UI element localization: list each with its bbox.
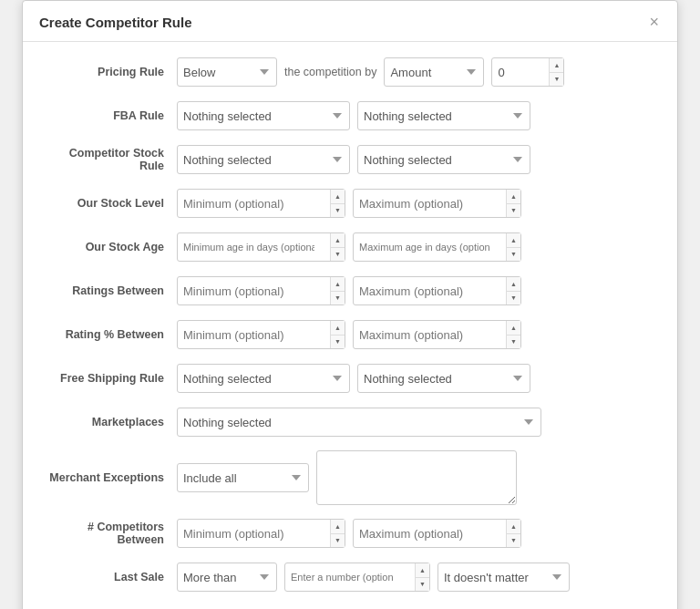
our-stock-level-label: Our Stock Level (45, 197, 177, 210)
our-stock-age-min-down[interactable]: ▼ (331, 248, 345, 262)
ratings-min-spinner: ▲ ▼ (177, 276, 345, 305)
modal-body: Pricing Rule Below Above Match the compe… (23, 42, 677, 609)
ratings-max-arrows: ▲ ▼ (506, 277, 520, 304)
competitors-max-down[interactable]: ▼ (507, 534, 520, 548)
rating-pct-max-down[interactable]: ▼ (507, 335, 520, 349)
ratings-between-controls: ▲ ▼ ▲ ▼ (177, 276, 655, 305)
rating-pct-between-label: Rating % Between (45, 328, 177, 341)
pricing-rule-controls: Below Above Match the competition by Amo… (177, 57, 655, 87)
competitors-min-down[interactable]: ▼ (331, 534, 345, 548)
our-stock-age-max-up[interactable]: ▲ (507, 233, 520, 248)
pricing-rule-amount-select[interactable]: Amount Percentage (384, 57, 484, 87)
last-sale-unit-select[interactable]: It doesn't matter Days Weeks Months (438, 563, 570, 592)
free-shipping-rule-select1[interactable]: Nothing selected (177, 364, 350, 393)
ratings-min-input[interactable] (177, 276, 345, 305)
rating-pct-min-spinner: ▲ ▼ (177, 320, 345, 349)
competitors-min-input[interactable] (177, 519, 345, 548)
pricing-rule-spinner-down[interactable]: ▼ (550, 73, 563, 87)
our-stock-level-max-input[interactable] (353, 189, 521, 218)
ratings-min-up[interactable]: ▲ (331, 277, 345, 292)
pricing-rule-spinner-arrows: ▲ ▼ (549, 58, 563, 86)
competitors-max-up[interactable]: ▲ (507, 520, 520, 534)
fba-rule-controls: Nothing selected Nothing selected (177, 101, 655, 130)
our-stock-age-label: Our Stock Age (45, 241, 177, 253)
our-stock-age-max-input[interactable] (353, 232, 521, 262)
fba-rule-select1[interactable]: Nothing selected (177, 101, 350, 130)
last-sale-number-up[interactable]: ▲ (416, 563, 429, 578)
competitors-max-spinner: ▲ ▼ (353, 519, 521, 548)
ratings-max-spinner: ▲ ▼ (353, 276, 521, 305)
modal-header: Create Competitor Rule × (23, 1, 677, 42)
our-stock-level-max-up[interactable]: ▲ (507, 190, 520, 204)
pricing-rule-below-select[interactable]: Below Above Match (177, 57, 277, 87)
rating-pct-max-arrows: ▲ ▼ (506, 321, 520, 348)
rating-pct-max-up[interactable]: ▲ (507, 321, 520, 335)
last-sale-number-down[interactable]: ▼ (416, 578, 429, 592)
competitors-min-up[interactable]: ▲ (331, 520, 345, 534)
our-stock-level-min-arrows: ▲ ▼ (330, 190, 345, 217)
competitors-min-spinner: ▲ ▼ (177, 519, 345, 548)
our-stock-age-min-input[interactable] (177, 232, 345, 262)
ratings-max-input[interactable] (353, 276, 521, 305)
fba-rule-label: FBA Rule (45, 109, 177, 122)
ratings-max-down[interactable]: ▼ (507, 292, 520, 305)
last-sale-direction-select[interactable]: More than Less than (177, 563, 277, 592)
last-sale-number-arrows: ▲ ▼ (415, 563, 429, 591)
last-sale-number-spinner: ▲ ▼ (284, 563, 430, 592)
our-stock-age-min-arrows: ▲ ▼ (330, 233, 345, 261)
competitors-max-arrows: ▲ ▼ (506, 520, 520, 547)
rating-pct-min-arrows: ▲ ▼ (330, 321, 345, 348)
rating-pct-min-up[interactable]: ▲ (331, 321, 345, 335)
merchant-exceptions-select[interactable]: Include all Exclude Include (177, 463, 309, 492)
our-stock-level-min-up[interactable]: ▲ (331, 190, 345, 204)
rating-pct-max-input[interactable] (353, 320, 521, 349)
last-sale-controls: More than Less than ▲ ▼ It doesn't matte… (177, 563, 655, 592)
our-stock-level-max-down[interactable]: ▼ (507, 204, 520, 218)
competitors-between-label: # Competitors Between (45, 521, 177, 546)
competitors-between-row: # Competitors Between ▲ ▼ ▲ ▼ (45, 518, 655, 549)
competitor-stock-rule-select2[interactable]: Nothing selected (357, 145, 530, 174)
competitor-stock-rule-select1[interactable]: Nothing selected (177, 145, 350, 174)
fba-rule-row: FBA Rule Nothing selected Nothing select… (45, 100, 655, 131)
rating-pct-min-input[interactable] (177, 320, 345, 349)
merchant-exceptions-textarea[interactable] (316, 450, 517, 505)
merchant-exceptions-row: Merchant Exceptions Include all Exclude … (45, 450, 655, 505)
ratings-max-up[interactable]: ▲ (507, 277, 520, 292)
marketplaces-select[interactable]: Nothing selected (177, 408, 541, 437)
rating-pct-between-row: Rating % Between ▲ ▼ ▲ ▼ (45, 319, 655, 350)
our-stock-level-min-down[interactable]: ▼ (331, 204, 345, 218)
fba-rule-select2[interactable]: Nothing selected (357, 101, 530, 130)
competitors-between-controls: ▲ ▼ ▲ ▼ (177, 519, 655, 548)
marketplaces-controls: Nothing selected (177, 408, 655, 437)
rating-pct-between-controls: ▲ ▼ ▲ ▼ (177, 320, 655, 349)
competitors-min-arrows: ▲ ▼ (330, 520, 345, 547)
our-stock-level-max-spinner: ▲ ▼ (353, 189, 521, 218)
last-sale-row: Last Sale More than Less than ▲ ▼ It doe… (45, 562, 655, 593)
merchant-exceptions-label: Merchant Exceptions (45, 471, 177, 484)
ratings-min-down[interactable]: ▼ (331, 292, 345, 305)
pricing-rule-spinner-up[interactable]: ▲ (550, 58, 563, 73)
modal: Create Competitor Rule × Pricing Rule Be… (22, 0, 678, 609)
last-sale-label: Last Sale (45, 571, 177, 583)
marketplaces-row: Marketplaces Nothing selected (45, 407, 655, 438)
competition-by-label: the competition by (284, 66, 376, 78)
competitors-max-input[interactable] (353, 519, 521, 548)
close-button[interactable]: × (647, 14, 661, 30)
our-stock-age-row: Our Stock Age ▲ ▼ ▲ ▼ (45, 232, 655, 263)
rating-pct-min-down[interactable]: ▼ (331, 335, 345, 349)
free-shipping-rule-select2[interactable]: Nothing selected (357, 364, 530, 393)
free-shipping-rule-label: Free Shipping Rule (45, 372, 177, 385)
our-stock-age-max-arrows: ▲ ▼ (506, 233, 520, 261)
our-stock-age-max-down[interactable]: ▼ (507, 248, 520, 262)
free-shipping-rule-row: Free Shipping Rule Nothing selected Noth… (45, 363, 655, 394)
modal-title: Create Competitor Rule (39, 15, 192, 30)
our-stock-age-max-spinner: ▲ ▼ (353, 232, 521, 262)
competitor-stock-rule-controls: Nothing selected Nothing selected (177, 145, 655, 174)
last-sale-number-input[interactable] (284, 563, 430, 592)
pricing-rule-label: Pricing Rule (45, 66, 177, 78)
our-stock-age-min-up[interactable]: ▲ (331, 233, 345, 248)
our-stock-age-controls: ▲ ▼ ▲ ▼ (177, 232, 655, 262)
our-stock-level-min-input[interactable] (177, 189, 345, 218)
marketplaces-label: Marketplaces (45, 416, 177, 428)
rating-pct-max-spinner: ▲ ▼ (353, 320, 521, 349)
